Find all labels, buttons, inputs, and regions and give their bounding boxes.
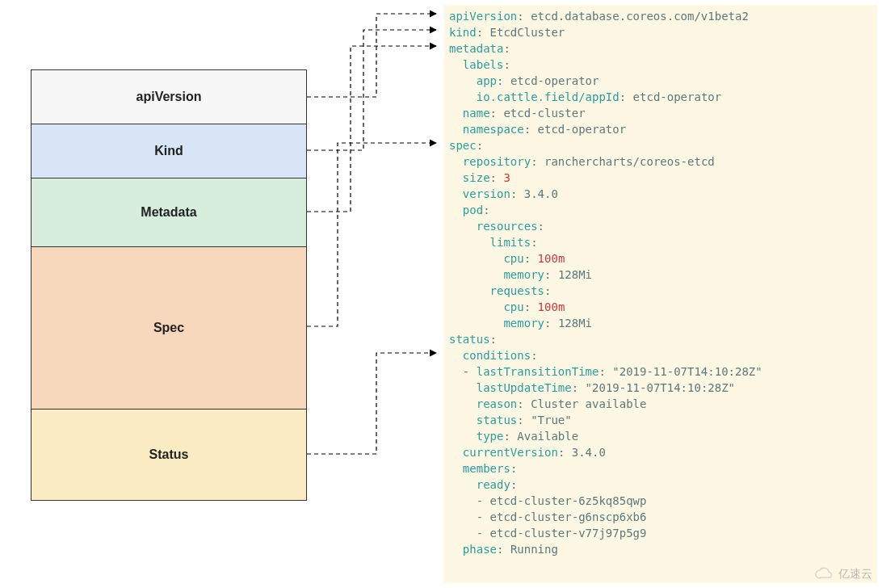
yaml-key: kind [449, 26, 477, 39]
box-label: Status [149, 447, 189, 462]
yaml-val: etcd-cluster [503, 107, 585, 120]
yaml-val: Cluster available [531, 397, 646, 410]
yaml-key: conditions [463, 349, 531, 362]
yaml-num: 3 [503, 171, 510, 184]
yaml-num: 100m [538, 252, 565, 265]
yaml-key: type [477, 430, 504, 443]
connector-metadata [307, 46, 436, 212]
box-label: Metadata [141, 205, 196, 220]
yaml-key: size [463, 171, 490, 184]
yaml-key: name [463, 107, 490, 120]
yaml-key: memory [503, 268, 544, 281]
yaml-val: etcd-cluster-6z5kq85qwp [490, 494, 647, 507]
yaml-key: memory [503, 317, 544, 330]
box-label: apiVersion [136, 90, 202, 104]
yaml-val: "True" [531, 414, 572, 426]
yaml-key: currentVersion [463, 446, 558, 459]
yaml-key: labels [463, 58, 504, 71]
cloud-icon [814, 567, 835, 582]
yaml-val: "2019-11-07T14:10:28Z" [612, 365, 762, 378]
yaml-panel: apiVersion: etcd.database.coreos.com/v1b… [444, 5, 877, 583]
yaml-key: reason [477, 397, 518, 410]
crd-structure-boxes: apiVersion Kind Metadata Spec Status [31, 69, 307, 501]
yaml-val: 128Mi [558, 268, 592, 281]
yaml-val: Available [517, 430, 578, 443]
yaml-key: lastTransitionTime [477, 365, 599, 378]
yaml-key: repository [463, 155, 531, 168]
box-apiversion: apiVersion [32, 70, 306, 124]
yaml-key: ready [477, 478, 510, 491]
yaml-val: 128Mi [558, 317, 592, 330]
yaml-key: app [477, 74, 497, 87]
box-label: Spec [153, 321, 184, 335]
yaml-val: etcd-operator [633, 90, 722, 103]
box-status: Status [32, 410, 306, 500]
yaml-val: Running [510, 543, 558, 556]
yaml-val: 3.4.0 [572, 446, 606, 459]
yaml-key: spec [449, 139, 477, 152]
yaml-key: requests [490, 284, 544, 297]
box-metadata: Metadata [32, 178, 306, 247]
connector-spec [307, 143, 436, 326]
yaml-val: etcd.database.coreos.com/v1beta2 [531, 10, 749, 23]
yaml-key: members [463, 462, 510, 475]
connector-status [307, 353, 436, 454]
yaml-key: pod [463, 204, 483, 216]
yaml-key: limits [490, 236, 531, 249]
yaml-key: cpu [503, 300, 523, 313]
watermark-text: 亿速云 [838, 567, 872, 582]
yaml-key: io.cattle.field/appId [477, 90, 620, 103]
yaml-val: etcd-cluster-g6nscp6xb6 [490, 510, 647, 523]
box-spec: Spec [32, 247, 306, 410]
yaml-key: status [477, 414, 518, 426]
watermark: 亿速云 [814, 567, 872, 582]
diagram-stage: apiVersion Kind Metadata Spec Status api… [0, 0, 882, 588]
yaml-key: metadata [449, 42, 503, 55]
yaml-key: status [449, 333, 490, 346]
yaml-key: version [463, 187, 510, 200]
yaml-key: namespace [463, 123, 524, 136]
yaml-val: ranchercharts/coreos-etcd [544, 155, 715, 168]
connector-kind [307, 30, 436, 150]
yaml-num: 100m [538, 300, 565, 313]
yaml-val: "2019-11-07T14:10:28Z" [586, 381, 735, 394]
box-label: Kind [154, 144, 183, 158]
yaml-key: apiVersion [449, 10, 517, 23]
yaml-val: 3.4.0 [524, 187, 558, 200]
yaml-val: EtcdCluster [490, 26, 565, 39]
yaml-val: etcd-operator [510, 74, 599, 87]
yaml-val: etcd-cluster-v77j97p5g9 [490, 527, 647, 540]
yaml-key: phase [463, 543, 497, 556]
connector-apiversion [307, 14, 436, 97]
yaml-key: cpu [503, 252, 523, 265]
yaml-key: lastUpdateTime [477, 381, 572, 394]
box-kind: Kind [32, 124, 306, 178]
yaml-key: resources [477, 220, 538, 233]
yaml-val: etcd-operator [538, 123, 627, 136]
